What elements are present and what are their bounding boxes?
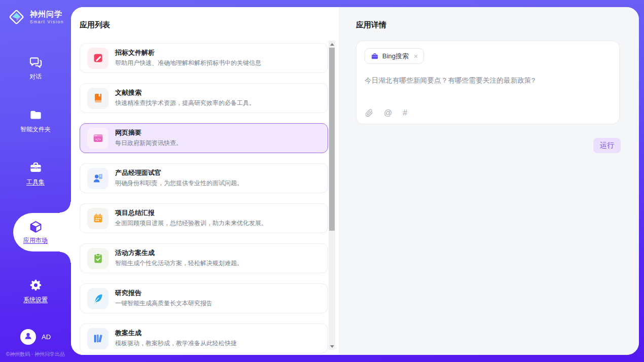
brand-subtitle: Smart Vision: [30, 19, 64, 24]
quill-icon: [87, 288, 109, 309]
app-detail-title: 应用详情: [356, 20, 386, 30]
sidebar-item-label: 智能文件夹: [20, 125, 51, 134]
app-desc: 快速精准查找学术资源，提高研究效率的必备工具。: [115, 99, 255, 107]
svg-text:</>: </>: [95, 137, 100, 141]
books-icon: [87, 328, 109, 349]
app-list-item[interactable]: 研究报告 一键智能生成高质量长文本研究报告: [80, 283, 328, 313]
sidebar-item-label: 系统设置: [23, 296, 48, 304]
app-list-panel: 应用列表 招标文件解析 帮助用户快速、准确地理解和解析招标书中的关键信息 文献搜…: [71, 7, 339, 355]
app-desc: 智能生成个性化活动方案，轻松解决规划难题。: [115, 259, 243, 268]
app-desc: 全面回顾项目进展，总结经验教训，助力未来优化发展。: [115, 219, 267, 228]
cube-icon: [29, 220, 43, 234]
hash-icon[interactable]: #: [403, 109, 407, 117]
brand-logo: 神州问学 Smart Vision: [0, 0, 71, 26]
app-detail-panel: 应用详情 Bing搜索 × 今日湖北有哪些新闻要点？有哪些需要关注的最新政策? …: [339, 7, 639, 355]
app-name: 网页摘要: [115, 129, 182, 137]
sidebar-item-label: 应用市场: [23, 236, 48, 245]
app-list-item[interactable]: 文献搜索 快速精准查找学术资源，提高研究效率的必备工具。: [80, 83, 328, 113]
sidebar-item-2[interactable]: 智能文件夹: [0, 107, 71, 134]
sidebar-item-label: 对话: [29, 73, 42, 81]
toolbox-icon: [29, 161, 43, 174]
app-desc: 模板驱动，教案秒成，教学准备从此轻松快捷: [115, 339, 237, 348]
app-list-title: 应用列表: [80, 20, 110, 30]
app-list-item[interactable]: 产品经理面试官 明确身份和职责，为您提供专业性的面试问题。: [80, 163, 328, 193]
app-desc: 明确身份和职责，为您提供专业性的面试问题。: [115, 179, 243, 188]
app-list-item[interactable]: 活动方案生成 智能生成个性化活动方案，轻松解决规划难题。: [80, 243, 328, 273]
briefcase-icon: [371, 52, 379, 60]
app-name: 项目总结汇报: [115, 209, 267, 217]
chat-icon: [29, 55, 43, 69]
content-area: 应用列表 招标文件解析 帮助用户快速、准确地理解和解析招标书中的关键信息 文献搜…: [71, 7, 639, 355]
user-name: AD: [42, 333, 51, 341]
app-list-item[interactable]: 教案生成 模板驱动，教案秒成，教学准备从此轻松快捷: [80, 323, 328, 353]
folder-icon: [29, 108, 43, 122]
clipboard-check-icon: [87, 248, 109, 269]
app-list-item[interactable]: 招标文件解析 帮助用户快速、准确地理解和解析招标书中的关键信息: [80, 43, 328, 73]
sidebar: 神州问学 Smart Vision 对话 智能文件夹 工具集 应用市场 系统设置…: [0, 0, 71, 362]
app-name: 招标文件解析: [115, 49, 261, 57]
app-window: { "brand": { "name": "神州问学", "subtitle":…: [0, 0, 644, 362]
sidebar-footer: ©神州数码 · 神州问学出品: [0, 351, 71, 358]
sidebar-item-1[interactable]: 对话: [0, 55, 71, 81]
paperclip-icon[interactable]: [365, 109, 373, 117]
scroll-up-arrow-icon[interactable]: [329, 41, 335, 48]
attachment-toolbar: @#: [365, 109, 407, 117]
sidebar-item-3[interactable]: 工具集: [0, 160, 71, 187]
at-icon[interactable]: @: [384, 109, 392, 117]
app-name: 文献搜索: [115, 89, 255, 97]
query-input[interactable]: 今日湖北有哪些新闻要点？有哪些需要关注的最新政策?: [365, 76, 611, 85]
app-list-item[interactable]: 项目总结汇报 全面回顾项目进展，总结经验教训，助力未来优化发展。: [80, 203, 328, 233]
sidebar-item-5[interactable]: 系统设置: [0, 278, 71, 304]
app-list: 招标文件解析 帮助用户快速、准确地理解和解析招标书中的关键信息 文献搜索 快速精…: [71, 41, 339, 355]
person-icon: [23, 331, 33, 343]
sidebar-item-label: 工具集: [26, 178, 45, 187]
book-icon: [87, 88, 109, 109]
app-name: 研究报告: [115, 289, 212, 297]
app-desc: 一键智能生成高质量长文本研究报告: [115, 299, 212, 308]
avatar: [20, 329, 36, 345]
gear-icon: [29, 278, 43, 292]
sidebar-nav: 对话 智能文件夹 工具集 应用市场 系统设置: [0, 55, 71, 304]
scrollbar-thumb[interactable]: [329, 48, 335, 231]
chip-close-icon[interactable]: ×: [414, 53, 418, 60]
calendar-icon: [87, 208, 109, 229]
tool-chip-label: Bing搜索: [382, 52, 409, 61]
app-desc: 帮助用户快速、准确地理解和解析招标书中的关键信息: [115, 59, 261, 67]
gem-logo-icon: [7, 8, 26, 26]
run-button[interactable]: 运行: [593, 138, 621, 153]
edit-doc-icon: [87, 48, 109, 69]
scroll-down-arrow-icon[interactable]: [329, 343, 335, 350]
sidebar-item-4[interactable]: 应用市场: [13, 213, 71, 251]
app-name: 产品经理面试官: [115, 169, 243, 177]
app-list-item[interactable]: </> 网页摘要 每日政府新闻资讯快查。: [80, 123, 328, 153]
tool-chip-bing-search[interactable]: Bing搜索 ×: [365, 48, 424, 64]
prompt-card: Bing搜索 × 今日湖北有哪些新闻要点？有哪些需要关注的最新政策? @#: [356, 41, 620, 124]
app-desc: 每日政府新闻资讯快查。: [115, 139, 182, 148]
brand-name: 神州问学: [30, 10, 64, 19]
app-name: 活动方案生成: [115, 249, 243, 257]
user-row[interactable]: AD: [0, 329, 71, 345]
app-name: 教案生成: [115, 329, 237, 337]
interview-icon: [87, 168, 109, 189]
scrollbar-track[interactable]: [329, 41, 335, 350]
webpage-icon: </>: [87, 128, 109, 149]
